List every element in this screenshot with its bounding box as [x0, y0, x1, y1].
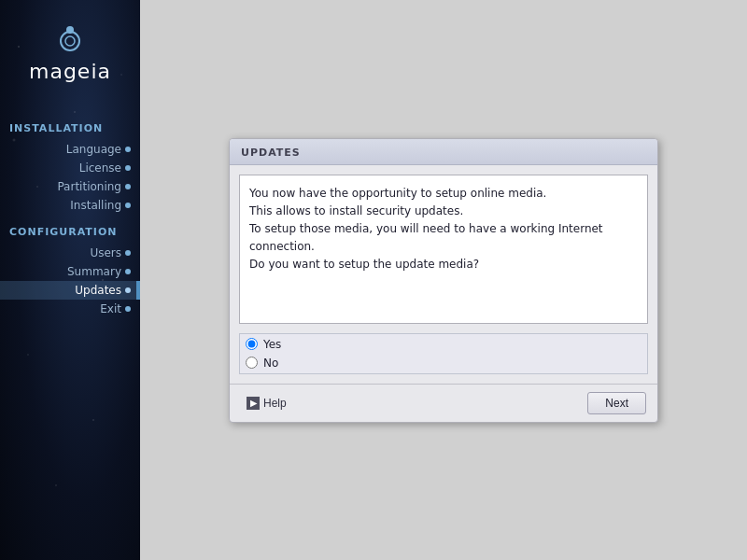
sidebar-item-partitioning-label: Partitioning — [57, 180, 121, 193]
installation-section-title: INSTALLATION — [0, 119, 140, 138]
sidebar-item-exit-dot — [125, 306, 131, 312]
dialog-options-area: Yes No — [239, 333, 648, 374]
sidebar-item-partitioning-dot — [125, 184, 131, 189]
radio-yes[interactable] — [246, 338, 258, 350]
dialog-text-line-4: Do you want to setup the update media? — [249, 258, 479, 271]
sidebar-item-installing[interactable]: Installing — [0, 196, 140, 215]
sidebar-item-updates[interactable]: Updates — [0, 281, 140, 300]
sidebar-item-users-label: Users — [90, 246, 121, 259]
dialog-text-line-2: This allows to install security updates. — [249, 204, 463, 217]
sidebar-item-installing-dot — [125, 203, 131, 208]
sidebar-item-exit[interactable]: Exit — [0, 300, 140, 318]
dialog-footer: ▶ Help Next — [230, 384, 657, 422]
sidebar: mageia INSTALLATION Language License Par… — [0, 0, 140, 560]
sidebar-item-users-dot — [125, 250, 131, 256]
sidebar-item-exit-label: Exit — [100, 302, 121, 315]
sidebar-item-updates-label: Updates — [75, 284, 121, 297]
dialog-text-line-1: You now have the opportunity to setup on… — [249, 187, 546, 200]
dialog-title: UPDATES — [241, 147, 301, 159]
dialog-text-area: You now have the opportunity to setup on… — [239, 175, 648, 324]
dialog: UPDATES You now have the opportunity to … — [229, 138, 658, 423]
sidebar-item-partitioning[interactable]: Partitioning — [0, 177, 140, 196]
sidebar-item-language-label: Language — [66, 143, 121, 156]
dialog-header: UPDATES — [230, 139, 657, 165]
sidebar-item-language[interactable]: Language — [0, 140, 140, 159]
sidebar-item-summary-dot — [125, 269, 131, 274]
main-content: UPDATES You now have the opportunity to … — [140, 0, 747, 560]
sidebar-item-language-dot — [125, 147, 131, 152]
configuration-section-title: CONFIGURATION — [0, 222, 140, 242]
radio-option-yes[interactable]: Yes — [246, 338, 641, 351]
logo-text: mageia — [29, 60, 111, 83]
sidebar-item-license[interactable]: License — [0, 159, 140, 177]
radio-option-no[interactable]: No — [246, 357, 641, 370]
radio-no[interactable] — [246, 357, 258, 369]
radio-yes-label: Yes — [263, 338, 281, 351]
radio-no-label: No — [263, 357, 278, 370]
sidebar-item-users[interactable]: Users — [0, 244, 140, 262]
sidebar-item-summary[interactable]: Summary — [0, 262, 140, 281]
sidebar-item-license-dot — [125, 165, 131, 171]
logo-area: mageia — [29, 19, 111, 83]
dialog-text-line-3: To setup those media, you will need to h… — [249, 222, 603, 253]
svg-point-0 — [61, 32, 79, 50]
svg-point-1 — [65, 36, 75, 46]
help-label: Help — [263, 397, 287, 410]
sidebar-item-updates-dot — [125, 287, 131, 293]
help-icon: ▶ — [247, 397, 260, 410]
sidebar-item-license-label: License — [79, 161, 121, 175]
sidebar-item-installing-label: Installing — [70, 199, 121, 212]
dialog-body: You now have the opportunity to setup on… — [230, 165, 657, 384]
mageia-logo-icon — [51, 19, 89, 56]
sidebar-item-summary-label: Summary — [67, 265, 121, 278]
help-button[interactable]: ▶ Help — [241, 395, 292, 412]
next-button[interactable]: Next — [587, 392, 646, 414]
